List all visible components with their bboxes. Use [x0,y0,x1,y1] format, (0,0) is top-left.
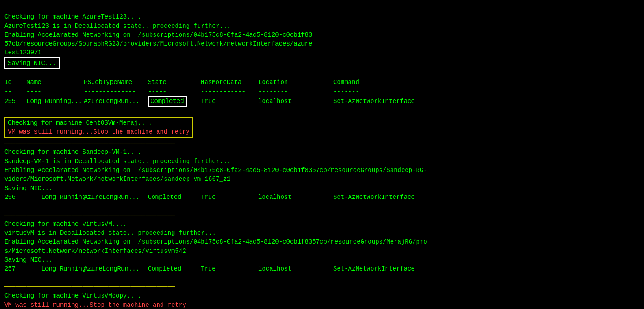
line-enable-virtus-a: Enabling Accelarated Networking on /subs… [4,237,640,246]
table-header-row: IdNamePSJobTypeNameStateHasMoreDataLocat… [4,78,640,87]
saving-nic-1: Saving NIC... [4,57,640,69]
line-virtuscopy-error: VM was still running...Stop the machine … [4,301,640,309]
line-check-virtus: Checking for machine virtusVM.... [4,220,640,229]
line-enable-sandeep-b: viders/Microsoft.Network/networkInterfac… [4,175,640,183]
line-enable-sandeep-a: Enabling Accelarated Networking on /subs… [4,166,640,175]
divider-3: ────────────────────────────────────────… [4,139,640,148]
line-enable-virtus-b: s/Microsoft.Network/networkInterfaces/vi… [4,247,640,256]
completed-box-255: Completed [148,96,187,107]
line-azure-state: AzureTest123 is in Decallocated state...… [4,22,640,31]
divider-1: ────────────────────────────────────────… [4,4,640,12]
table-data-row-257: 257 Long Running... AzureLongRun... Comp… [4,264,640,273]
line-centos-error: VM was still running...Stop the machine … [8,127,190,136]
line-sandeep-state: Sandeep-VM-1 is in Decallocated state...… [4,157,640,166]
table-dash-row: ----------------------------------------… [4,87,640,96]
terminal: ────────────────────────────────────────… [0,0,644,309]
line-enable-1c: test123971 [4,48,640,57]
divider-5: ────────────────────────────────────────… [4,282,640,291]
line-check-centos: Checking for machine CentOSVm-Meraj.... [8,118,190,127]
saving-nic-sandeep: Saving NIC... [4,184,640,193]
centos-warning-box: Checking for machine CentOSVm-Meraj.... … [4,117,193,138]
table-data-row-256: 256 Long Running... AzureLongRun... Comp… [4,193,640,202]
line-enable-1b: 57cb/resourceGroups/SourabhRG23/provider… [4,39,640,48]
saving-nic-box-1: Saving NIC... [4,57,60,69]
saving-nic-virtus: Saving NIC... [4,256,640,264]
line-enable-1a: Enabling Accelarated Networking on /subs… [4,31,640,39]
line-virtus-state: virtusVM is in Decallocated state...proc… [4,229,640,237]
table-data-row-255: 255Long Running... AzureLongRun... Compl… [4,96,640,107]
line-check-sandeep: Checking for machine Sandeep-VM-1.... [4,148,640,156]
divider-4: ────────────────────────────────────────… [4,211,640,220]
line-check-azure: Checking for machine AzureTest123.... [4,12,640,21]
line-check-virtuscopy: Checking for machine VirtusVMcopy.... [4,291,640,300]
